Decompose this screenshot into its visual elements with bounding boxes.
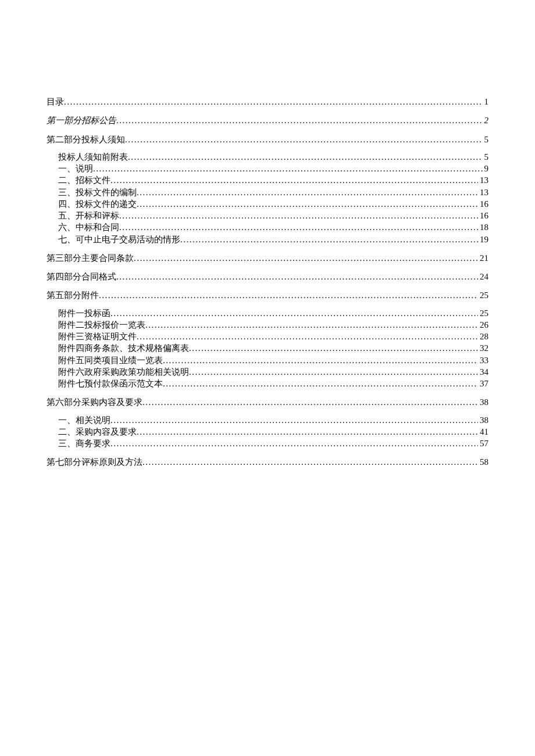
toc-page-number: 57 — [478, 438, 488, 449]
toc-page-number: 5 — [483, 134, 489, 145]
toc-leader-dots — [125, 134, 483, 142]
toc-leader-dots — [110, 174, 478, 183]
toc-page-number: 28 — [478, 331, 488, 342]
toc-entry: 一、相关说明38 — [58, 414, 488, 426]
toc-page-number: 32 — [478, 342, 488, 354]
toc-title: 目录 — [47, 96, 64, 108]
toc-entry: 三、投标文件的编制13 — [58, 187, 488, 198]
toc-page-number: 37 — [478, 378, 488, 389]
table-of-contents: 目录1第一部分招标公告2第二部分投标人须知5投标人须知前附表5一、说明9二、招标… — [47, 96, 488, 468]
toc-page-number: 25 — [478, 289, 488, 301]
toc-leader-dots — [189, 342, 478, 351]
toc-page-number: 34 — [478, 366, 488, 378]
toc-entry: 第三部分主要合同条款21 — [47, 252, 488, 264]
toc-leader-dots — [110, 438, 478, 446]
toc-leader-dots — [93, 163, 483, 171]
toc-title: 附件一投标函 — [58, 307, 110, 319]
toc-leader-dots — [137, 331, 478, 339]
toc-page-number: 25 — [478, 307, 488, 319]
toc-entry: 附件七预付款保函示范文本37 — [58, 378, 488, 389]
toc-leader-dots — [180, 234, 478, 242]
toc-title: 附件四商务条款、技术规格偏离表 — [58, 342, 189, 354]
toc-leader-dots — [163, 378, 478, 386]
toc-entry: 第六部分采购内容及要求38 — [47, 396, 488, 408]
toc-title: 第五部分附件 — [47, 289, 99, 301]
toc-leader-dots — [145, 319, 478, 328]
toc-leader-dots — [128, 151, 483, 160]
toc-leader-dots — [119, 221, 478, 230]
toc-title: 第一部分招标公告 — [47, 114, 116, 126]
toc-title: 二、招标文件 — [58, 174, 110, 186]
toc-entry: 第二部分投标人须知5 — [47, 134, 488, 145]
toc-entry: 四、投标文件的递交16 — [58, 198, 488, 210]
toc-entry: 七、可中止电子交易活动的情形19 — [58, 234, 488, 245]
toc-title: 四、投标文件的递交 — [58, 198, 137, 210]
toc-page-number: 16 — [478, 210, 488, 221]
toc-title: 第六部分采购内容及要求 — [47, 396, 142, 408]
toc-page-number: 19 — [478, 234, 488, 245]
toc-leader-dots — [99, 289, 478, 298]
toc-title: 六、中标和合同 — [58, 221, 119, 233]
toc-entry: 目录1 — [47, 96, 488, 108]
toc-title: 附件三资格证明文件 — [58, 331, 137, 342]
toc-title: 七、可中止电子交易活动的情形 — [58, 234, 180, 245]
toc-page-number: 38 — [478, 414, 488, 426]
toc-page-number: 13 — [478, 187, 488, 198]
toc-page-number: 26 — [478, 319, 488, 331]
toc-title: 第四部分合同格式 — [47, 271, 116, 282]
toc-title: 附件五同类项目业绩一览表 — [58, 354, 163, 366]
toc-entry: 第七部分评标原则及方法58 — [47, 456, 488, 468]
toc-leader-dots — [116, 271, 478, 280]
toc-entry: 六、中标和合同18 — [58, 221, 488, 233]
toc-title: 附件七预付款保函示范文本 — [58, 378, 163, 389]
toc-leader-dots — [119, 210, 478, 218]
toc-page-number: 18 — [478, 221, 488, 233]
toc-title: 投标人须知前附表 — [58, 151, 128, 163]
toc-entry: 五、开标和评标16 — [58, 210, 488, 221]
toc-leader-dots — [134, 252, 478, 261]
toc-entry: 附件六政府采购政策功能相关说明34 — [58, 366, 488, 378]
toc-title: 二、采购内容及要求 — [58, 426, 137, 438]
toc-title: 第二部分投标人须知 — [47, 134, 125, 145]
toc-leader-dots — [137, 198, 478, 207]
toc-entry: 附件四商务条款、技术规格偏离表32 — [58, 342, 488, 354]
toc-entry: 第四部分合同格式24 — [47, 271, 488, 282]
toc-title: 附件二投标报价一览表 — [58, 319, 145, 331]
toc-page-number: 5 — [483, 151, 489, 163]
toc-leader-dots — [142, 396, 478, 405]
toc-leader-dots — [189, 366, 478, 375]
toc-leader-dots — [116, 114, 483, 123]
toc-entry: 二、招标文件13 — [58, 174, 488, 186]
toc-leader-dots — [142, 456, 478, 465]
toc-page-number: 16 — [478, 198, 488, 210]
toc-page-number: 1 — [483, 96, 489, 108]
toc-title: 三、投标文件的编制 — [58, 187, 137, 198]
toc-leader-dots — [137, 187, 478, 195]
toc-page-number: 21 — [478, 252, 488, 264]
toc-entry: 附件五同类项目业绩一览表33 — [58, 354, 488, 366]
toc-entry: 第五部分附件25 — [47, 289, 488, 301]
toc-leader-dots — [64, 96, 483, 105]
toc-entry: 附件二投标报价一览表26 — [58, 319, 488, 331]
toc-entry: 附件三资格证明文件28 — [58, 331, 488, 342]
toc-entry: 投标人须知前附表5 — [58, 151, 488, 163]
toc-entry: 第一部分招标公告2 — [47, 114, 488, 126]
toc-page-number: 58 — [478, 456, 488, 468]
toc-title: 五、开标和评标 — [58, 210, 119, 221]
toc-leader-dots — [110, 307, 478, 316]
toc-leader-dots — [163, 354, 478, 363]
toc-entry: 附件一投标函25 — [58, 307, 488, 319]
toc-entry: 三、商务要求57 — [58, 438, 488, 449]
toc-leader-dots — [110, 414, 478, 423]
toc-page-number: 9 — [483, 163, 489, 174]
toc-entry: 一、说明9 — [58, 163, 488, 174]
toc-page-number: 24 — [478, 271, 488, 282]
toc-title: 一、说明 — [58, 163, 93, 174]
toc-page-number: 41 — [478, 426, 488, 438]
toc-leader-dots — [137, 426, 478, 435]
toc-page-number: 2 — [483, 114, 489, 126]
toc-page-number: 33 — [478, 354, 488, 366]
toc-page-number: 13 — [478, 174, 488, 186]
toc-entry: 二、采购内容及要求41 — [58, 426, 488, 438]
toc-title: 附件六政府采购政策功能相关说明 — [58, 366, 189, 378]
